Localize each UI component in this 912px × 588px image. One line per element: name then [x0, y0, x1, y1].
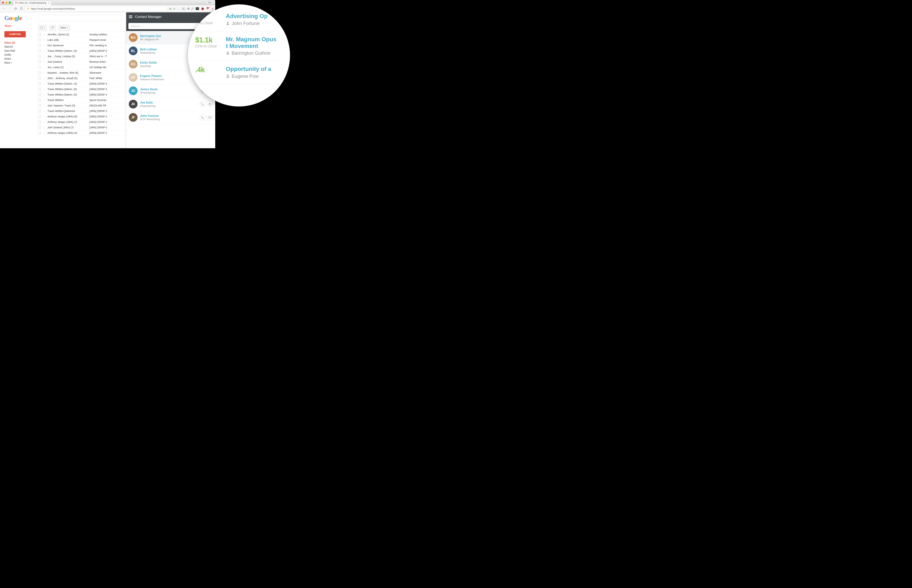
email-sender: Joe .. Corey, Lindsey (5)	[47, 55, 87, 58]
mail-dropdown[interactable]: Mail ▾	[5, 24, 36, 28]
compose-button[interactable]: COMPOSE	[4, 31, 26, 37]
star-icon[interactable]: ☆	[43, 93, 45, 97]
back-button[interactable]: ←	[2, 7, 6, 11]
checkbox[interactable]	[38, 104, 41, 107]
phone-icon[interactable]	[199, 115, 205, 120]
home-button[interactable]	[19, 7, 23, 11]
browser-menu-icon[interactable]: ≡	[212, 7, 213, 10]
checkbox[interactable]	[38, 77, 41, 79]
phone-icon[interactable]	[199, 101, 205, 107]
star-icon[interactable]: ☆	[43, 120, 45, 124]
minimize-window-button[interactable]	[5, 2, 8, 4]
star-icon[interactable]: ☆	[43, 87, 45, 91]
ext-f-icon[interactable]: f?	[191, 7, 194, 10]
opportunity-row[interactable]: .4kOpportunity of aEugene Pow	[195, 61, 279, 84]
checkbox[interactable]	[38, 126, 41, 129]
folder-item[interactable]: Drafts	[4, 53, 36, 57]
opportunity-row[interactable]: $1.1k21% to CloseMr. Magnum Opus t Movem…	[195, 31, 279, 61]
checkbox[interactable]	[38, 93, 41, 96]
star-icon[interactable]: ☆	[43, 38, 45, 42]
star-icon[interactable]: ☆	[43, 49, 45, 53]
star-icon[interactable]: ☆	[43, 44, 45, 47]
contact-actions	[199, 101, 213, 107]
ext-in-icon[interactable]: In.	[182, 7, 185, 10]
checkbox[interactable]	[38, 61, 41, 63]
email-sender: Jon, Lukas (2)	[47, 66, 87, 69]
person-icon	[226, 73, 230, 79]
checkbox[interactable]	[38, 66, 41, 69]
folder-item[interactable]: Inbox (2)	[4, 40, 36, 45]
checkbox[interactable]	[38, 121, 41, 123]
svg-point-3	[227, 21, 228, 23]
checkbox[interactable]	[38, 33, 41, 36]
star-icon[interactable]: ☆	[43, 131, 45, 135]
email-sender: Luke Jolly	[47, 39, 87, 41]
star-icon[interactable]: ☆	[43, 115, 45, 118]
checkbox[interactable]	[38, 39, 41, 41]
folder-item[interactable]: Sent Mail	[4, 48, 36, 53]
contact-company: SharpSpring	[140, 104, 197, 107]
forward-button: →	[8, 7, 12, 11]
ext-bug-icon[interactable]: 🐞	[201, 7, 204, 10]
star-icon[interactable]: ☆	[43, 98, 45, 102]
ext-diamond-icon[interactable]: ◈	[169, 7, 171, 10]
opportunity-amount: .4k	[195, 66, 221, 74]
settings-gear-icon[interactable]: ⚙	[187, 7, 190, 10]
ext-flag-icon[interactable]: 🚩	[206, 7, 210, 10]
checkbox[interactable]	[38, 132, 41, 134]
close-window-button[interactable]	[2, 2, 4, 4]
checkbox[interactable]	[38, 55, 41, 58]
address-bar[interactable]: https://mail.google.com/mail/u/0/#inbox	[25, 6, 167, 11]
browser-tab[interactable]: Inbox (2) - dru@sharpspring ×	[13, 1, 52, 5]
more-button[interactable]: More ▾	[58, 25, 70, 31]
window-titlebar: Inbox (2) - dru@sharpspring × Dru	[0, 0, 215, 5]
star-icon[interactable]: ☆	[43, 71, 45, 75]
folder-item[interactable]: More ▾	[4, 61, 36, 65]
star-icon[interactable]: ☆	[43, 65, 45, 69]
email-sender: Anthony Vargas (JIRA) (4)	[47, 131, 87, 134]
folder-item[interactable]: Notes	[4, 57, 36, 61]
email-icon[interactable]	[207, 101, 213, 107]
checkbox[interactable]	[38, 88, 41, 90]
gmail-sidebar: Google Mail ▾ COMPOSE Inbox (2)StarredSe…	[0, 12, 36, 148]
refresh-button[interactable]	[49, 25, 56, 31]
star-icon[interactable]: ☆	[43, 32, 45, 37]
select-all-button[interactable]: ▾	[38, 25, 47, 31]
caret-down-icon: ▾	[67, 27, 68, 29]
profile-chip[interactable]: Dru	[207, 1, 213, 4]
contact-item[interactable]: JFJohn FortuneDCF Advertising	[126, 111, 215, 124]
close-tab-icon[interactable]: ×	[48, 2, 49, 4]
folder-item[interactable]: Starred	[4, 45, 36, 48]
checkbox[interactable]	[38, 50, 41, 52]
opportunity-title: Opportunity of a	[226, 66, 279, 73]
checkbox[interactable]	[38, 44, 41, 47]
contact-name: Joe Kelly	[140, 101, 197, 104]
star-icon[interactable]: ☆	[43, 76, 45, 80]
contact-item[interactable]: JKJoe KellySharpSpring	[126, 97, 215, 111]
ext-mask-icon[interactable]: 👓	[196, 7, 199, 10]
ext-check-icon[interactable]: ✓	[173, 7, 176, 10]
star-icon[interactable]: ☆	[43, 54, 45, 58]
contact-name: John Fortune	[140, 114, 197, 118]
hamburger-icon[interactable]	[129, 16, 133, 18]
checkbox[interactable]	[38, 82, 41, 85]
star-icon[interactable]: ☆	[43, 82, 45, 86]
email-sender: Travis Whitton [Admin. (6)	[47, 88, 87, 90]
star-icon[interactable]: ☆	[43, 126, 45, 129]
checkbox[interactable]	[38, 99, 41, 102]
contact-company: DCF Advertising	[140, 118, 197, 121]
checkbox[interactable]	[38, 71, 41, 74]
reload-button[interactable]: ⟳	[13, 7, 18, 11]
gmail-search-input[interactable]	[38, 15, 122, 21]
email-sender: Travis Whitton [Admin. (5)	[47, 93, 87, 96]
email-icon[interactable]	[207, 115, 213, 120]
checkbox[interactable]	[38, 115, 41, 118]
maximize-window-button[interactable]	[9, 2, 11, 4]
star-icon[interactable]: ☆	[43, 60, 45, 64]
star-icon[interactable]: ☆	[43, 103, 45, 108]
star-icon[interactable]: ☆	[43, 109, 45, 113]
opportunity-close-pct: 21% to Close	[195, 44, 221, 48]
checkbox[interactable]	[38, 110, 41, 112]
bookmark-star-icon[interactable]: ☆	[178, 7, 180, 10]
caret-down-icon: ▾	[11, 25, 12, 27]
